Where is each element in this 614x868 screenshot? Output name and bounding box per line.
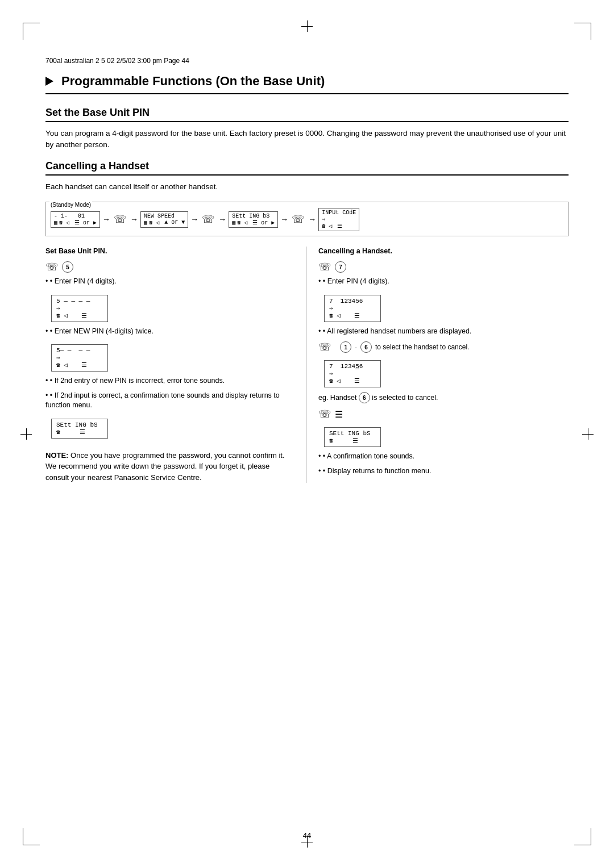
left-step-set-pin: Set Base Unit PIN. bbox=[45, 247, 295, 257]
right-column: Cancelling a Handset. ☏ 7 • Enter PIN (4… bbox=[307, 247, 569, 483]
right-lcd-display-2: 7 123456 ⇒ ☎ ◁ ☰ bbox=[324, 360, 381, 387]
lcd3-line2: ☎ ☰ bbox=[56, 428, 103, 436]
flow-box-4-top: INPUt COdE bbox=[322, 210, 356, 216]
page: 700al australian 2 5 02 2/5/02 3:00 pm P… bbox=[0, 0, 614, 868]
left-step2: • Enter NEW PIN (4-digits) twice. bbox=[45, 327, 295, 337]
flow-row: - 1- 01 ▦ ☎ ◁ ☰ or ▶ → ☏ → NEW SPEEd bbox=[51, 208, 563, 231]
flow-phone-1: ☏ bbox=[114, 213, 127, 226]
flow-arrow-1: → bbox=[102, 215, 110, 224]
flow-arrow-2b: → bbox=[218, 215, 226, 224]
right-lcd1-line1: 7 123456 bbox=[329, 298, 376, 304]
right-confirm-phone: ☏ ☰ bbox=[318, 408, 569, 420]
right-step1: • Enter PIN (4 digits). bbox=[318, 277, 569, 287]
left-step1: • Enter PIN (4 digits). bbox=[45, 277, 295, 287]
flow-box-2: NEW SPEEd ▦ ☎ ◁ ▲ or ▼ bbox=[140, 211, 188, 228]
right-eg-text: eg. Handset 6 is selected to cancel. bbox=[318, 392, 569, 403]
right-step4a: • A confirmation tone sounds. bbox=[318, 452, 569, 462]
flow-diagram: (Standby Mode) - 1- 01 ▦ ☎ ◁ ☰ or ▶ → ☏ bbox=[45, 202, 569, 236]
corner-mark-bl bbox=[23, 828, 40, 845]
flow-arrow-3: → bbox=[280, 215, 288, 224]
main-content: Programmable Functions (On the Base Unit… bbox=[45, 74, 569, 823]
flow-box-2-bot: ▦ ☎ ◁ ▲ or ▼ bbox=[144, 219, 185, 226]
flow-box-4: INPUt COdE ⇒ ☎ ◁ ☰ bbox=[318, 208, 359, 231]
cancelling-title: Cancelling a Handset bbox=[45, 160, 569, 176]
right-lcd1-line2: ⇒ bbox=[329, 304, 376, 312]
flow-arrow-2: → bbox=[190, 215, 198, 224]
section-arrow-icon bbox=[45, 77, 53, 86]
header-text: 700al australian 2 5 02 2/5/02 3:00 pm P… bbox=[45, 57, 189, 65]
set-pin-title: Set the Base Unit PIN bbox=[45, 107, 569, 122]
flow-phone-3: ☏ bbox=[292, 213, 305, 226]
left-phone-pg5: ☏ 5 bbox=[45, 261, 295, 273]
pg7-button: 7 bbox=[335, 261, 346, 273]
crosshair-right bbox=[582, 428, 594, 440]
flow-box-3: SEtt ING bS ▦ ☎ ◁ ☰ or ▶ bbox=[229, 211, 278, 228]
flow-box-3-bot: ▦ ☎ ◁ ☰ or ▶ bbox=[232, 219, 275, 226]
right-lcd-display-3: SEtt ING bS ☎ ☰ bbox=[324, 427, 381, 447]
lcd1-line1: 5 — — — — bbox=[56, 298, 103, 304]
right-phone-icon: ☏ bbox=[318, 261, 331, 273]
right-lcd2-line2: ⇒ bbox=[329, 370, 376, 377]
pg5-button: 5 bbox=[62, 261, 73, 273]
flow-arrow-3b: → bbox=[308, 215, 316, 224]
left-note: NOTE: Once you have programmed the passw… bbox=[45, 450, 295, 483]
lcd1-line3: ☎ ◁ ☰ bbox=[56, 312, 103, 319]
corner-mark-br bbox=[574, 828, 591, 845]
lcd-display-2: 5— — — — ⇒ ☎ ◁ ☰ bbox=[51, 344, 108, 372]
right-step-cancel: Cancelling a Handset. bbox=[318, 247, 569, 257]
flow-phone-2: ☏ bbox=[202, 213, 215, 226]
right-lcd2-line3: ☎ ◁ ☰ bbox=[329, 377, 376, 385]
right-phone-icon-2: ☏ bbox=[318, 341, 331, 353]
lcd2-line2: ⇒ bbox=[56, 354, 103, 361]
left-phone-icon: ☏ bbox=[45, 261, 59, 273]
set-pin-body: You can program a 4-digit password for t… bbox=[45, 128, 569, 151]
two-col-section: Set Base Unit PIN. ☏ 5 • Enter PIN (4 di… bbox=[45, 247, 569, 483]
left-step3a: • If 2nd entry of new PIN is incorrect, … bbox=[45, 376, 295, 386]
lcd-display-1: 5 — — — — ⇒ ☎ ◁ ☰ bbox=[51, 295, 108, 322]
main-title: Programmable Functions (On the Base Unit… bbox=[45, 74, 569, 94]
right-phone-pg7: ☏ 7 bbox=[318, 261, 569, 273]
page-number: 44 bbox=[303, 831, 311, 840]
right-select-phone: ☏ 1 - 6 to select the handset to cancel. bbox=[318, 341, 569, 353]
lcd3-line1: SEtt ING bS bbox=[56, 422, 103, 428]
crosshair-left bbox=[20, 428, 32, 440]
left-column: Set Base Unit PIN. ☏ 5 • Enter PIN (4 di… bbox=[45, 247, 307, 483]
main-title-text: Programmable Functions (On the Base Unit… bbox=[61, 74, 325, 89]
corner-mark-tl bbox=[23, 23, 40, 40]
header: 700al australian 2 5 02 2/5/02 3:00 pm P… bbox=[45, 57, 569, 65]
flow-arrow-1b: → bbox=[130, 215, 138, 224]
right-lcd2-line1: 7 123456 bbox=[329, 363, 376, 370]
lcd-display-3: SEtt ING bS ☎ ☰ bbox=[51, 419, 108, 439]
right-lcd1-line3: ☎ ◁ ☰ bbox=[329, 312, 376, 319]
flow-box-1-bot: ▦ ☎ ◁ ☰ or ▶ bbox=[54, 219, 97, 226]
flow-box-2-top: NEW SPEEd bbox=[144, 213, 175, 219]
lcd2-line3: ☎ ◁ ☰ bbox=[56, 361, 103, 369]
btn-1: 1 bbox=[340, 341, 351, 353]
right-phone-icon-3: ☏ bbox=[318, 408, 331, 420]
flow-box-4-bot: ☎ ◁ ☰ bbox=[322, 223, 342, 229]
flow-box-3-top: SEtt ING bS bbox=[232, 213, 269, 219]
corner-mark-tr bbox=[574, 23, 591, 40]
right-lcd3-line1: SEtt ING bS bbox=[329, 430, 376, 437]
right-lcd-display-1: 7 123456 ⇒ ☎ ◁ ☰ bbox=[324, 295, 381, 322]
flow-box-1: - 1- 01 ▦ ☎ ◁ ☰ or ▶ bbox=[51, 211, 100, 228]
right-lcd3-line2: ☎ ☰ bbox=[329, 437, 376, 444]
lcd1-line2: ⇒ bbox=[56, 304, 103, 312]
lcd2-line1: 5— — — — bbox=[56, 347, 103, 354]
crosshair-top bbox=[301, 20, 313, 32]
cancelling-body: Each handset can cancel itself or anothe… bbox=[45, 181, 569, 193]
btn-6-eg: 6 bbox=[359, 392, 370, 403]
right-step2: • All registered handset numbers are dis… bbox=[318, 327, 569, 337]
right-step4b: • Display returns to function menu. bbox=[318, 466, 569, 477]
standby-label: (Standby Mode) bbox=[49, 202, 92, 208]
left-step3b: • If 2nd input is correct, a confirmatio… bbox=[45, 391, 295, 411]
btn-6: 6 bbox=[360, 341, 372, 353]
flow-box-1-top: - 1- 01 bbox=[54, 213, 85, 219]
